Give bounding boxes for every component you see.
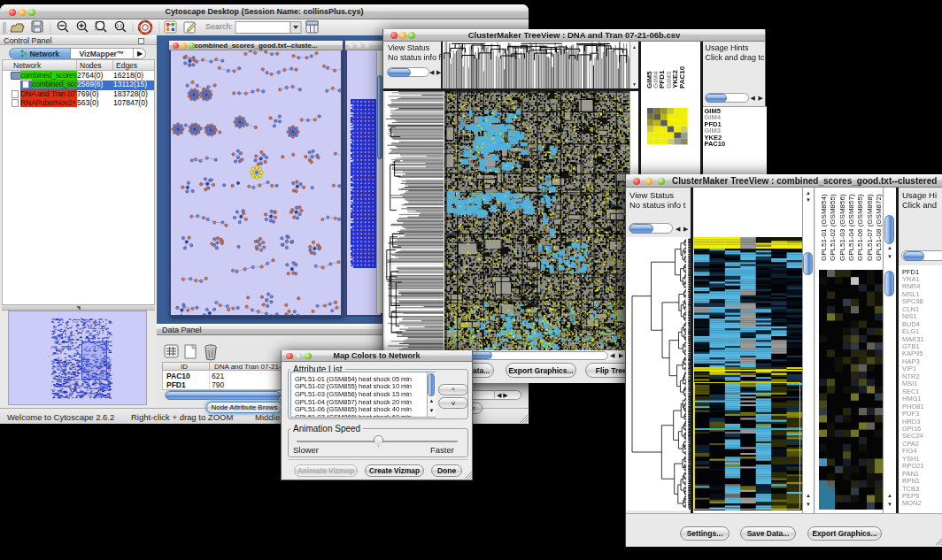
- svg-text:Search:: Search:: [205, 22, 233, 31]
- svg-text:1:1: 1:1: [117, 24, 123, 28]
